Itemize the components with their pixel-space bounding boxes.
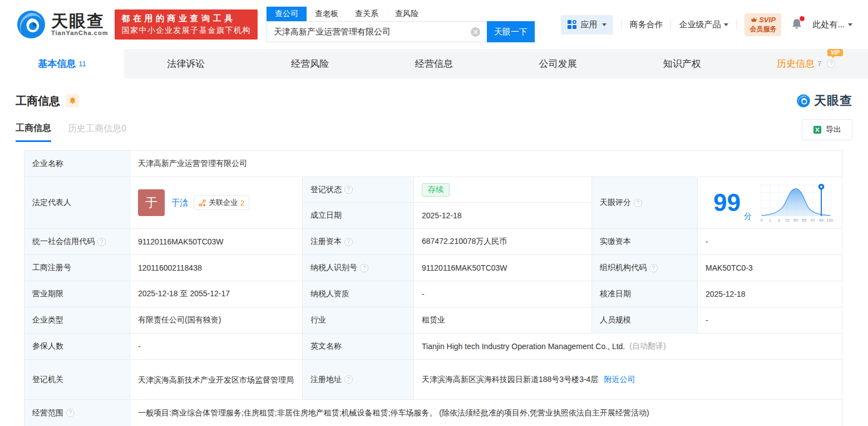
enterprise-products-label: 企业级产品 [679,19,721,30]
related-companies-badge[interactable]: 关联企业 2 [194,195,249,210]
search-tab-company[interactable]: 查公司 [267,7,307,21]
slogan-line2: 国家中小企业发展子基金旗下机构 [121,26,251,36]
help-icon[interactable]: ? [97,238,106,246]
tab-business-info[interactable]: 经营信息 [372,49,496,79]
label-reg-status: 登记状态? [303,177,414,203]
legal-rep-name-link[interactable]: 于浛 [171,198,188,208]
label-reg-number: 工商注册号 [24,255,130,281]
value-industry: 租赁业 [414,307,592,334]
label-business-term: 营业期限 [24,281,130,307]
top-right-nav: 应用 商务合作 企业级产品 SVIP 会员服务 [561,13,852,36]
subtab-history-business-info[interactable]: 历史工商信息0 [68,123,126,141]
svg-text:85: 85 [802,218,806,223]
label-paidin-capital: 实缴资本 [592,229,698,255]
crown-icon [751,17,757,22]
label-uscc: 统一社会信用代码? [24,229,130,255]
enterprise-products-link[interactable]: 企业级产品 [679,19,728,30]
value-insured-count: - [130,334,303,360]
label-registered-address: 注册地址? [303,360,414,400]
notification-bell-icon[interactable] [791,18,802,32]
score-unit: 分 [744,212,752,222]
value-registration-authority: 天津滨海高新技术产业开发区市场监督管理局 [130,360,303,400]
search-tab-boss[interactable]: 查老板 [307,7,347,21]
tab-company-development[interactable]: 公司发展 [496,49,620,79]
brand-slogan: 都在用的商业查询工具 国家中小企业发展子基金旗下机构 [115,9,258,40]
label-insured-count: 参保人数 [24,334,130,360]
value-uscc: 91120116MAK50TC03W [130,229,303,255]
label-registration-authority: 登记机关 [24,360,130,400]
legal-rep-avatar[interactable]: 于 [138,189,165,216]
tab-label: 经营信息 [415,57,453,70]
tab-count: 7 [817,60,821,68]
vip-badge: VIP [827,49,843,56]
tab-label: 经营风险 [291,57,329,70]
apps-menu-button[interactable]: 应用 [561,15,613,35]
label-taxpayer-qualification: 纳税人资质 [303,281,414,307]
value-paidin-capital: - [698,229,842,255]
export-label: 导出 [826,125,841,135]
score-number: 99 [713,190,741,215]
tab-history-info[interactable]: 历史信息 7 ? VIP [744,49,868,79]
subscribe-bell-icon[interactable] [66,94,79,107]
clear-search-icon[interactable] [471,27,480,37]
search-tab-risk[interactable]: 查风险 [387,7,427,21]
related-count: 2 [240,199,244,207]
svg-text:100: 100 [826,218,833,223]
tab-operation-risk[interactable]: 经营风险 [248,49,372,79]
tab-label: 公司发展 [539,57,577,70]
notification-dot [800,16,805,21]
business-info-table: 企业名称 天津高新产业运营管理有限公司 法定代表人 于 于浛 关联企业 2 登记… [24,150,844,426]
tab-legal-proceedings[interactable]: 法律诉讼 [124,49,248,79]
label-org-code: 组织机构代码? [592,255,698,281]
business-coop-link[interactable]: 商务合作 [629,19,663,30]
section-title: 工商信息 [16,94,60,109]
svip-member-button[interactable]: SVIP 会员服务 [744,13,781,36]
tab-basic-info[interactable]: 基本信息 11 [0,49,124,79]
chevron-down-icon [602,23,606,26]
tab-label: 历史信息 [777,57,815,70]
value-company-type: 有限责任公司(国有独资) [130,307,303,334]
help-icon[interactable]: ? [827,60,835,68]
label-business-scope: 经营范围? [24,400,130,426]
help-icon[interactable]: ? [66,409,75,417]
value-reg-status: 存续 [414,177,592,203]
export-button[interactable]: 导出 [802,119,852,140]
logo-text-en: TianYanCha.com [51,30,108,36]
label-legal-representative: 法定代表人 [24,177,130,229]
help-icon[interactable]: ? [344,185,353,194]
tianyancha-logo[interactable]: 天眼查 TianYanCha.com [16,9,108,40]
search-button[interactable]: 天眼一下 [487,21,535,42]
label-tyc-score: 天眼评分? [592,177,698,229]
subtab-business-info[interactable]: 工商信息 [16,123,51,142]
user-menu[interactable]: 此处有... [812,19,852,30]
apps-grid-icon [568,20,576,29]
search-tab-relation[interactable]: 查关系 [347,7,387,21]
label-staff-size: 人员规模 [592,307,698,334]
nearby-companies-link[interactable]: 附近公司 [604,375,635,385]
tab-label: 知识产权 [663,57,701,70]
help-icon[interactable]: ? [634,199,642,207]
label-company-name: 企业名称 [24,151,130,177]
tianyancha-logo-icon [16,9,47,40]
value-business-scope: 一般项目:商业综合体管理服务;住房租赁;非居住房地产租赁;机械设备租赁;停车场服… [130,400,842,426]
divider [736,19,737,30]
help-icon[interactable]: ? [344,238,353,246]
label-english-name: 英文名称 [303,334,414,360]
value-legal-representative: 于 于浛 关联企业 2 [130,177,303,229]
apps-label: 应用 [580,19,597,30]
svip-sublabel: 会员服务 [749,25,776,34]
score-distribution-chart: 0 1 3 15 50 85 97 99 100 [758,181,834,224]
help-icon[interactable]: ? [360,264,368,272]
tab-intellectual-property[interactable]: 知识产权 [620,49,744,79]
help-icon[interactable]: ? [344,375,353,384]
svg-text:99: 99 [819,218,823,223]
help-icon[interactable]: ? [649,264,658,272]
top-header: 天眼查 TianYanCha.com 都在用的商业查询工具 国家中小企业发展子基… [0,0,868,49]
svg-text:0: 0 [761,218,763,223]
value-registered-capital: 687472.210078万人民币 [414,229,592,255]
search-input[interactable] [267,21,487,42]
value-english-name: Tianjin High tech Industry Operation Man… [414,334,842,360]
subtab-label: 历史工商信息 [68,124,121,133]
tab-label: 基本信息 [38,57,76,70]
label-taxpayer-id: 纳税人识别号? [303,255,414,281]
